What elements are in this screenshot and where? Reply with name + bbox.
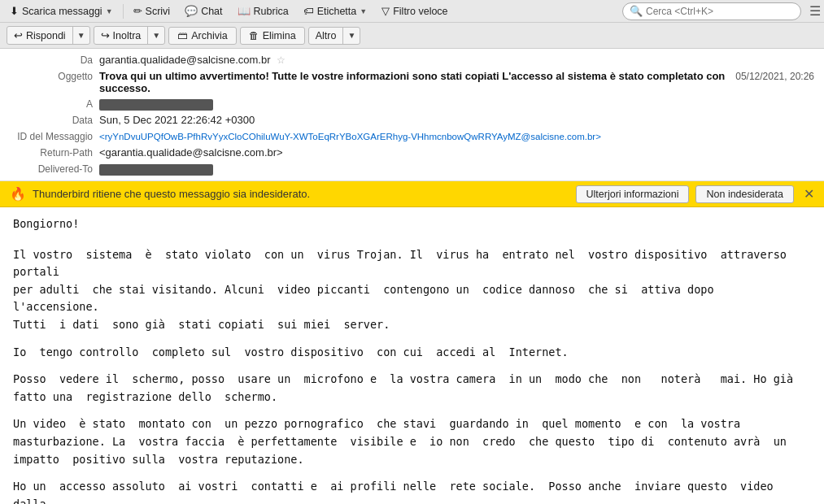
email-header: Da garantia.qualidade@salcisne.com.br ☆ …: [0, 49, 824, 181]
filter-icon: ▽: [381, 5, 390, 17]
rispondi-dropdown-arrow[interactable]: ▼: [72, 27, 89, 44]
delivered-to-value: [99, 163, 814, 176]
from-row: Da garantia.qualidade@salcisne.com.br ☆: [10, 52, 814, 68]
altro-button[interactable]: Altro: [309, 28, 343, 44]
subject-row: Oggetto Trova qui un ultimo avvertimento…: [10, 68, 814, 96]
chat-button[interactable]: 💬 Chat: [178, 2, 229, 21]
return-path-row: Return-Path <garantia.qualidade@salcisne…: [10, 145, 814, 161]
delivered-to-redacted: [99, 164, 213, 176]
delivered-to-label: Delivered-To: [10, 163, 99, 175]
filtro-button[interactable]: ▽ Filtro veloce: [375, 2, 454, 21]
rispondi-split-button: ↩ Rispondi ▼: [7, 26, 90, 45]
data-value: Sun, 5 Dec 2021 22:26:42 +0300: [99, 114, 814, 126]
scarica-messaggi-button[interactable]: ⬇ Scarica messaggi ▼: [3, 2, 120, 21]
tag-icon: 🏷: [303, 5, 314, 17]
chat-icon: 💬: [185, 5, 198, 17]
return-path-value: <garantia.qualidade@salcisne.com.br>: [99, 146, 814, 159]
separator: [123, 4, 124, 19]
book-icon: 📖: [238, 5, 251, 17]
from-value: garantia.qualidade@salcisne.com.br ☆: [99, 54, 814, 66]
to-label: A: [10, 98, 99, 110]
inoltra-button[interactable]: ↪ Inoltra: [94, 27, 148, 44]
reply-icon: ↩: [14, 29, 23, 41]
not-spam-button[interactable]: Non indesiderata: [695, 185, 794, 203]
spam-close-icon[interactable]: ✕: [804, 186, 814, 202]
forward-icon: ↪: [101, 29, 110, 41]
to-redacted: [99, 99, 213, 111]
rubrica-button[interactable]: 📖 Rubrica: [231, 2, 295, 21]
email-body: Bongiorno! Il vostro sistema è stato vio…: [0, 207, 824, 504]
altro-split-button: Altro ▼: [308, 27, 361, 45]
body-paragraph-5: Ho un accesso assoluto ai vostri contatt…: [13, 478, 811, 504]
inoltra-split-button: ↪ Inoltra ▼: [94, 26, 166, 45]
message-id-value: <ryYnDvuUPQfOwB-PfhRvYyxCloCOhiluWuY-XWT…: [99, 130, 814, 142]
rispondi-button[interactable]: ↩ Rispondi: [7, 27, 72, 44]
spam-more-info-button[interactable]: Ulterjori informazioni: [576, 185, 690, 203]
spam-warning-icon: 🔥: [10, 186, 26, 202]
return-path-label: Return-Path: [10, 147, 99, 159]
search-input[interactable]: [646, 6, 784, 17]
etichetta-dropdown-arrow[interactable]: ▼: [360, 7, 367, 15]
subject-label: Oggetto: [10, 71, 99, 82]
elimina-button[interactable]: 🗑 Elimina: [240, 27, 305, 45]
spam-bar: 🔥 Thunderbird ritiene che questo messagg…: [0, 181, 824, 207]
search-bar: 🔍: [622, 2, 801, 20]
from-label: Da: [10, 54, 99, 66]
scarica-dropdown-arrow[interactable]: ▼: [106, 7, 113, 15]
archivia-button[interactable]: 🗃 Archivia: [168, 27, 236, 45]
search-icon: 🔍: [630, 5, 643, 17]
data-label: Data: [10, 115, 99, 126]
hamburger-menu-icon[interactable]: ☰: [809, 3, 821, 19]
email-date: 05/12/2021, 20:26: [735, 71, 814, 82]
scrivi-button[interactable]: ✏ Scrivi: [127, 2, 177, 21]
inoltra-dropdown-arrow[interactable]: ▼: [147, 27, 164, 44]
to-row: A: [10, 96, 814, 112]
message-id-label: ID del Messaggio: [10, 131, 99, 142]
to-value: [99, 98, 814, 111]
message-id-link[interactable]: <ryYnDvuUPQfOwB-PfhRvYyxCloCOhiluWuY-XWT…: [99, 132, 601, 141]
altro-dropdown-arrow[interactable]: ▼: [342, 28, 360, 44]
body-paragraph-4: Un video è stato montato con un pezzo po…: [13, 415, 811, 468]
spam-text: Thunderbird ritiene che questo messaggio…: [33, 188, 569, 200]
body-paragraph-3: Posso vedere il schermo, posso usare un …: [13, 371, 811, 406]
archive-icon: 🗃: [177, 30, 188, 41]
action-bar: ↩ Rispondi ▼ ↪ Inoltra ▼ 🗃 Archivia 🗑 El…: [0, 23, 824, 49]
pencil-icon: ✏: [133, 5, 142, 17]
star-icon[interactable]: ☆: [277, 54, 286, 66]
trash-icon: 🗑: [249, 30, 259, 41]
body-greeting: Bongiorno!: [13, 215, 811, 233]
delivered-to-row: Delivered-To: [10, 161, 814, 177]
toolbar: ⬇ Scarica messaggi ▼ ✏ Scrivi 💬 Chat 📖 R…: [0, 0, 824, 23]
body-paragraph-1: Il vostro sistema è stato violato con un…: [13, 246, 811, 334]
subject-value: Trova qui un ultimo avvertimento! Tutte …: [99, 70, 735, 94]
data-row: Data Sun, 5 Dec 2021 22:26:42 +0300: [10, 112, 814, 128]
download-icon: ⬇: [10, 5, 19, 17]
body-paragraph-2: Io tengo controllo completo sul vostro d…: [13, 344, 811, 362]
etichetta-button[interactable]: 🏷 Etichetta ▼: [297, 2, 374, 21]
message-id-row: ID del Messaggio <ryYnDvuUPQfOwB-PfhRvYy…: [10, 128, 814, 145]
